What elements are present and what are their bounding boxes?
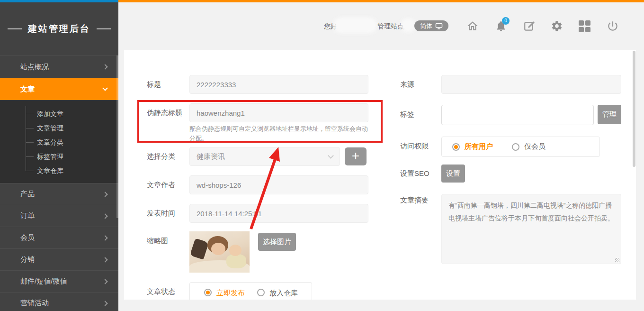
sidebar-item-label: 营销活动 xyxy=(20,299,49,308)
username-blurred xyxy=(336,20,374,30)
summary-text: 有“西南第一高钢塔，四川第二高电视塔”之称的德阳广播电视塔主塔广告位将于本月下旬… xyxy=(448,201,614,222)
content-scrollbar[interactable] xyxy=(633,51,635,167)
submenu-item-article-warehouse[interactable]: 文章仓库 xyxy=(0,164,118,178)
title-label: 标题 xyxy=(147,75,161,94)
sidebar-item-products[interactable]: 产品 xyxy=(0,183,118,205)
access-option-all-users-label: 所有用户 xyxy=(465,142,493,151)
sidebar-item-distribution[interactable]: 分销 xyxy=(0,248,118,270)
access-label: 访问权限 xyxy=(400,137,429,156)
submenu-item-tag-management[interactable]: 标签管理 xyxy=(0,149,118,164)
manage-site-label: 管理站点: xyxy=(377,22,406,31)
status-radio-publish[interactable] xyxy=(204,289,212,296)
sidebar-item-orders[interactable]: 订单 xyxy=(0,205,118,227)
sidebar-item-marketing[interactable]: 营销活动 xyxy=(0,292,118,311)
access-option-group: 所有用户 仅会员 xyxy=(441,137,600,157)
chevron-right-icon xyxy=(102,301,107,306)
publish-time-input[interactable]: 2018-11-14 14:25:51 xyxy=(189,204,368,223)
category-selected-value: 健康资讯 xyxy=(197,152,225,161)
source-label: 来源 xyxy=(400,75,414,94)
slug-hint: 配合伪静态规则可自定义浏览器地址栏显示地址，留空系统会自动分配。 xyxy=(189,124,370,143)
tags-input[interactable] xyxy=(441,105,594,125)
resize-handle[interactable] xyxy=(615,258,619,262)
summary-label: 文章摘要 xyxy=(400,191,429,210)
chevron-right-icon xyxy=(102,279,107,284)
logout-power-icon[interactable] xyxy=(607,20,619,32)
sidebar-item-mail-sms-wechat[interactable]: 邮件/短信/微信 xyxy=(0,270,118,292)
chevron-right-icon xyxy=(102,257,107,262)
slug-label: 伪静态标题 xyxy=(147,103,182,122)
chevron-right-icon xyxy=(102,192,107,197)
access-radio-all-users[interactable] xyxy=(452,143,460,151)
status-option-publish-label: 立即发布 xyxy=(216,289,245,298)
slug-input[interactable]: haowenzhang1 xyxy=(189,103,368,122)
choose-image-button[interactable]: 选择图片 xyxy=(258,233,296,251)
chevron-right-icon xyxy=(102,64,107,69)
title-input[interactable]: 2222223333 xyxy=(189,75,368,94)
sidebar: 建站管理后台 站点概况 文章 添加文章 文章管理 文章分类 标签管理 文章仓库 … xyxy=(0,0,118,311)
category-label: 选择分类 xyxy=(147,147,175,166)
publish-time-label: 发表时间 xyxy=(147,204,175,223)
status-label: 文章状态 xyxy=(147,282,175,300)
manage-tags-button[interactable]: 管理 xyxy=(598,105,621,124)
submenu-item-add-article[interactable]: 添加文章 xyxy=(0,107,118,121)
submenu-item-article-management[interactable]: 文章管理 xyxy=(0,121,118,135)
thumbnail-image xyxy=(189,231,250,273)
sidebar-item-members[interactable]: 会员 xyxy=(0,227,118,248)
add-category-button[interactable]: + xyxy=(345,147,367,165)
category-select[interactable]: 健康资讯 xyxy=(189,147,340,166)
tags-label: 标签 xyxy=(400,105,414,124)
sidebar-item-label: 产品 xyxy=(20,190,35,199)
status-option-group: 立即发布 放入仓库 xyxy=(189,282,312,300)
source-input[interactable] xyxy=(441,75,621,94)
monitor-icon xyxy=(435,23,443,29)
sidebar-item-label: 站点概况 xyxy=(20,63,49,72)
logo-dash-right xyxy=(97,28,111,29)
status-option-warehouse-label: 放入仓库 xyxy=(269,289,298,298)
chevron-down-icon xyxy=(328,153,334,159)
app-logo: 建站管理后台 xyxy=(0,2,118,55)
sidebar-item-label: 会员 xyxy=(20,233,35,242)
app-logo-text: 建站管理后台 xyxy=(28,23,90,35)
topbar-strip xyxy=(118,0,644,2)
logo-dash-left xyxy=(8,28,22,29)
status-radio-warehouse[interactable] xyxy=(257,289,265,296)
access-option-members-label: 仅会员 xyxy=(524,142,546,151)
notification-badge: 0 xyxy=(502,17,510,25)
summary-textarea[interactable]: 有“西南第一高钢塔，四川第二高电视塔”之称的德阳广播电视塔主塔广告位将于本月下旬… xyxy=(441,194,621,264)
edit-icon[interactable] xyxy=(523,20,536,32)
site-name-blurred xyxy=(403,21,413,29)
sidebar-item-label: 分销 xyxy=(20,255,35,264)
access-radio-members-only[interactable] xyxy=(512,143,519,151)
seo-label: 设置SEO xyxy=(400,165,429,183)
sidebar-scrollbar[interactable] xyxy=(116,55,118,218)
home-icon[interactable] xyxy=(466,20,479,32)
articles-submenu: 添加文章 文章管理 文章分类 标签管理 文章仓库 xyxy=(0,100,118,183)
submenu-item-article-category[interactable]: 文章分类 xyxy=(0,135,118,149)
greeting-text: 您好 xyxy=(324,22,337,31)
thumbnail-label: 缩略图 xyxy=(147,231,168,250)
chevron-down-icon xyxy=(102,85,107,91)
sidebar-item-articles[interactable]: 文章 xyxy=(0,78,118,100)
sidebar-item-label: 邮件/短信/微信 xyxy=(20,277,67,286)
article-edit-form: 标题 2222223333 伪静态标题 haowenzhang1 配合伪静态规则… xyxy=(124,50,636,300)
seo-settings-button[interactable]: 设置 xyxy=(441,165,465,183)
topbar: 您好 管理站点: 简体 0 xyxy=(118,0,644,50)
language-label: 简体 xyxy=(420,22,432,30)
sidebar-item-label: 订单 xyxy=(20,211,35,220)
chevron-right-icon xyxy=(102,213,107,219)
author-label: 文章作者 xyxy=(147,175,175,194)
sidebar-item-label: 文章 xyxy=(20,85,35,94)
chevron-right-icon xyxy=(102,235,107,240)
apps-grid-icon[interactable] xyxy=(579,20,591,32)
author-input[interactable]: wd-shops-126 xyxy=(189,175,368,194)
settings-gear-icon[interactable] xyxy=(551,20,563,32)
sidebar-item-site-overview[interactable]: 站点概况 xyxy=(0,55,118,78)
language-pill[interactable]: 简体 xyxy=(414,20,448,31)
